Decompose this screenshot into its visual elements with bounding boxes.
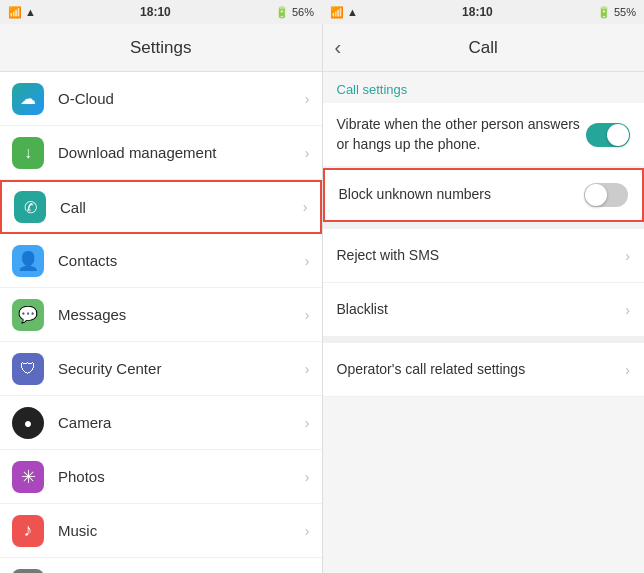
status-icons-right: 📶 ▲ bbox=[330, 6, 358, 19]
status-right-right: 🔋 55% bbox=[597, 6, 636, 19]
call-section-label: Call settings bbox=[323, 72, 645, 103]
camera-label: Camera bbox=[58, 414, 305, 431]
setting-operator[interactable]: Operator's call related settings › bbox=[323, 343, 645, 397]
security-icon: 🛡 bbox=[12, 353, 44, 385]
block-unknown-label: Block unknown numbers bbox=[339, 173, 585, 217]
chevron-operator: › bbox=[625, 362, 630, 378]
menu-item-camera[interactable]: ● Camera › bbox=[0, 396, 322, 450]
chevron-photos: › bbox=[305, 469, 310, 485]
call-panel: 📶 ▲ 18:10 🔋 55% ‹ Call Call settings Vib… bbox=[323, 24, 645, 573]
contacts-label: Contacts bbox=[58, 252, 305, 269]
status-bar-right: 📶 ▲ 18:10 🔋 55% bbox=[322, 0, 644, 24]
back-button[interactable]: ‹ bbox=[335, 36, 342, 59]
menu-item-call[interactable]: ✆ Call › bbox=[0, 180, 322, 234]
chevron-security: › bbox=[305, 361, 310, 377]
call-top-bar: ‹ Call bbox=[323, 24, 645, 72]
menu-item-messages[interactable]: 💬 Messages › bbox=[0, 288, 322, 342]
music-label: Music bbox=[58, 522, 305, 539]
battery-icon-left: 🔋 bbox=[275, 6, 289, 19]
battery-pct-left: 56% bbox=[292, 6, 314, 18]
reject-sms-label: Reject with SMS bbox=[337, 234, 626, 278]
setting-block-unknown[interactable]: Block unknown numbers bbox=[323, 168, 645, 222]
camera-icon: ● bbox=[12, 407, 44, 439]
contacts-icon: 👤 bbox=[12, 245, 44, 277]
download-icon: ↓ bbox=[12, 137, 44, 169]
chevron-reject-sms: › bbox=[625, 248, 630, 264]
status-icons-left: 📶 ▲ bbox=[8, 6, 36, 19]
settings-top-bar: Settings bbox=[0, 24, 322, 72]
time-right: 18:10 bbox=[462, 5, 493, 19]
call-title: Call bbox=[469, 38, 498, 58]
photos-icon: ✳ bbox=[12, 461, 44, 493]
chevron-contacts: › bbox=[305, 253, 310, 269]
operator-label: Operator's call related settings bbox=[337, 348, 626, 392]
download-label: Download management bbox=[58, 144, 305, 161]
block-unknown-toggle-knob bbox=[585, 184, 607, 206]
signal-icon-right: 📶 bbox=[330, 6, 344, 19]
setting-reject-sms[interactable]: Reject with SMS › bbox=[323, 229, 645, 283]
blacklist-label: Blacklist bbox=[337, 288, 626, 332]
video-icon: ▪▪▪ bbox=[12, 569, 44, 574]
wifi-icon: ▲ bbox=[25, 6, 36, 18]
block-unknown-toggle[interactable] bbox=[584, 183, 628, 207]
call-settings-container: Call settings Vibrate when the other per… bbox=[323, 72, 645, 573]
vibrate-label: Vibrate when the other person answers or… bbox=[337, 103, 587, 166]
signal-icon: 📶 bbox=[8, 6, 22, 19]
vibrate-toggle[interactable] bbox=[586, 123, 630, 147]
messages-label: Messages bbox=[58, 306, 305, 323]
menu-item-ocloud[interactable]: ☁ O-Cloud › bbox=[0, 72, 322, 126]
battery-icon-right: 🔋 bbox=[597, 6, 611, 19]
setting-blacklist[interactable]: Blacklist › bbox=[323, 283, 645, 337]
settings-menu-list: ☁ O-Cloud › ↓ Download management › ✆ Ca… bbox=[0, 72, 322, 573]
chevron-download: › bbox=[305, 145, 310, 161]
menu-item-download[interactable]: ↓ Download management › bbox=[0, 126, 322, 180]
security-label: Security Center bbox=[58, 360, 305, 377]
chevron-messages: › bbox=[305, 307, 310, 323]
messages-icon: 💬 bbox=[12, 299, 44, 331]
setting-vibrate[interactable]: Vibrate when the other person answers or… bbox=[323, 103, 645, 167]
battery-pct-right: 55% bbox=[614, 6, 636, 18]
chevron-camera: › bbox=[305, 415, 310, 431]
chevron-call: › bbox=[303, 199, 308, 215]
vibrate-toggle-knob bbox=[607, 124, 629, 146]
chevron-blacklist: › bbox=[625, 302, 630, 318]
time-left: 18:10 bbox=[140, 5, 171, 19]
status-bar-left: 📶 ▲ 18:10 🔋 56% bbox=[0, 0, 322, 24]
music-icon: ♪ bbox=[12, 515, 44, 547]
settings-title: Settings bbox=[130, 38, 191, 58]
photos-label: Photos bbox=[58, 468, 305, 485]
chevron-music: › bbox=[305, 523, 310, 539]
call-label: Call bbox=[60, 199, 303, 216]
ocloud-icon: ☁ bbox=[12, 83, 44, 115]
menu-item-contacts[interactable]: 👤 Contacts › bbox=[0, 234, 322, 288]
chevron-ocloud: › bbox=[305, 91, 310, 107]
menu-item-music[interactable]: ♪ Music › bbox=[0, 504, 322, 558]
menu-item-security[interactable]: 🛡 Security Center › bbox=[0, 342, 322, 396]
wifi-icon-right: ▲ bbox=[347, 6, 358, 18]
menu-item-photos[interactable]: ✳ Photos › bbox=[0, 450, 322, 504]
menu-item-video[interactable]: ▪▪▪ Video › bbox=[0, 558, 322, 573]
status-right-left: 🔋 56% bbox=[275, 6, 314, 19]
ocloud-label: O-Cloud bbox=[58, 90, 305, 107]
call-icon: ✆ bbox=[14, 191, 46, 223]
settings-panel: 📶 ▲ 18:10 🔋 56% Settings ☁ O-Cloud › ↓ D… bbox=[0, 24, 323, 573]
